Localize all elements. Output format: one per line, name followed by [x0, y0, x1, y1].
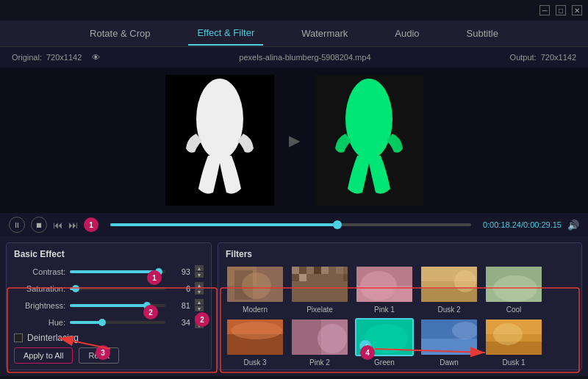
hue-label: Hue: [14, 318, 65, 327]
filter-thumb-cool [484, 265, 543, 303]
filter-name-dawn: Dawn [440, 358, 459, 367]
brightness-value: 81 [170, 301, 190, 310]
deinterlacing-checkbox[interactable] [14, 333, 23, 342]
contrast-up[interactable]: ▲ [195, 265, 204, 271]
svg-rect-10 [292, 274, 299, 281]
filter-name-green: Green [374, 358, 395, 367]
close-button[interactable]: ✕ [572, 5, 582, 15]
time-display: 0:00:18.24/0:00:29.15 [483, 220, 562, 229]
filter-name-modern: Modern [243, 306, 268, 314]
contrast-row: Contrast: 93 ▲ ▼ [14, 265, 204, 278]
brightness-spinner[interactable]: ▲ ▼ [195, 299, 204, 311]
svg-point-34 [318, 324, 347, 353]
contrast-spinner[interactable]: ▲ ▼ [195, 265, 204, 278]
saturation-spinner[interactable]: ▲ ▼ [195, 282, 204, 295]
basic-effect-panel: Basic Effect Contrast: 93 ▲ ▼ Saturation… [6, 242, 212, 370]
svg-rect-13 [314, 267, 321, 274]
stop-button[interactable]: ⏹ [31, 217, 47, 233]
action-row: Apply to All Reset [14, 347, 204, 364]
info-bar: Original: 720x1142 👁 pexels-alina-blumbe… [0, 47, 588, 68]
svg-rect-11 [299, 274, 306, 281]
tab-effect-filter[interactable]: Effect & Filter [188, 21, 263, 46]
minimize-button[interactable]: ─ [539, 5, 550, 15]
preview-output [315, 75, 423, 206]
bottom-panels: Basic Effect Contrast: 93 ▲ ▼ Saturation… [0, 237, 588, 376]
maximize-button[interactable]: □ [556, 5, 566, 15]
brightness-down[interactable]: ▼ [195, 306, 204, 311]
svg-rect-14 [321, 267, 329, 274]
filter-modern[interactable]: Modern [226, 265, 284, 314]
filter-cool[interactable]: Cool [484, 265, 543, 314]
progress-fill [110, 223, 337, 226]
filter-thumb-dusk3 [226, 318, 284, 356]
svg-rect-9 [306, 267, 314, 274]
filter-thumb-pixelate [290, 265, 349, 303]
filter-dusk1[interactable]: Dusk 1 [484, 318, 543, 367]
brightness-row: Brightness: 81 ▲ ▼ [14, 299, 204, 311]
filter-green[interactable]: ✓ Green [355, 318, 414, 367]
saturation-slider[interactable] [70, 287, 165, 290]
filter-pink2[interactable]: Pink 2 [290, 318, 349, 367]
svg-point-25 [454, 270, 476, 292]
svg-point-37 [364, 324, 408, 353]
svg-rect-33 [292, 320, 321, 356]
filter-thumb-green: ✓ [355, 318, 414, 356]
filter-name-dusk2: Dusk 2 [437, 306, 460, 314]
saturation-up[interactable]: ▲ [195, 282, 204, 288]
svg-point-28 [493, 275, 537, 302]
filter-dusk3[interactable]: Dusk 3 [226, 318, 284, 367]
svg-rect-8 [299, 267, 306, 274]
step-back-button[interactable]: ⏮ [53, 220, 62, 231]
saturation-label: Saturation: [14, 284, 65, 293]
filter-dawn[interactable]: Dawn [420, 318, 478, 367]
filter-name-pink2: Pink 2 [309, 358, 330, 367]
filter-pink1[interactable]: Pink 1 [355, 265, 414, 314]
badge-2: 2 [195, 312, 209, 327]
filter-thumb-dawn [420, 318, 478, 356]
pause-button[interactable]: ⏸ [9, 217, 25, 233]
saturation-value: 6 [170, 284, 190, 293]
volume-icon[interactable]: 🔊 [567, 220, 579, 231]
filter-name-pink1: Pink 1 [374, 306, 395, 314]
original-resolution: 720x1142 [46, 53, 82, 62]
brightness-label: Brightness: [14, 301, 65, 310]
eye-icon[interactable]: 👁 [92, 53, 100, 62]
tab-audio[interactable]: Audio [386, 22, 428, 45]
progress-thumb [333, 220, 342, 229]
svg-rect-21 [393, 289, 414, 303]
svg-rect-12 [306, 274, 314, 281]
saturation-down[interactable]: ▼ [195, 289, 204, 295]
brightness-up[interactable]: ▲ [195, 299, 204, 305]
contrast-label: Contrast: [14, 267, 65, 276]
svg-rect-7 [292, 267, 299, 274]
svg-point-41 [452, 322, 478, 339]
filter-thumb-dusk1 [484, 318, 543, 356]
deinterlacing-label: Deinterlacing [27, 333, 79, 343]
filter-name-dusk3: Dusk 3 [243, 358, 266, 367]
svg-point-45 [493, 323, 523, 345]
hue-slider[interactable] [70, 321, 165, 324]
filter-dusk2[interactable]: Dusk 2 [420, 265, 478, 314]
contrast-value: 93 [170, 267, 190, 276]
filter-pixelate[interactable]: Pixelate [290, 265, 349, 314]
filter-thumb-modern [226, 265, 284, 303]
filename: pexels-alina-blumberg-5908204.mp4 [100, 53, 509, 62]
reset-button[interactable]: Reset [79, 347, 119, 364]
filters-title: Filters [226, 249, 574, 259]
tab-rotate-crop[interactable]: Rotate & Crop [81, 22, 159, 45]
step-forward-button[interactable]: ⏭ [68, 220, 78, 231]
brightness-slider[interactable] [70, 304, 165, 307]
filter-name-dusk1: Dusk 1 [502, 358, 525, 367]
tab-bar: Rotate & Crop Effect & Filter Watermark … [0, 21, 588, 47]
progress-track[interactable] [110, 223, 471, 226]
filter-name-pixelate: Pixelate [306, 306, 333, 314]
contrast-slider[interactable] [70, 270, 165, 273]
green-filter-checkmark: ✓ [359, 340, 371, 352]
apply-to-all-button[interactable]: Apply to All [14, 347, 73, 364]
title-bar: ─ □ ✕ [0, 0, 588, 21]
contrast-down[interactable]: ▼ [195, 272, 204, 278]
svg-rect-16 [336, 267, 343, 274]
tab-subtitle[interactable]: Subtitle [458, 22, 507, 45]
tab-watermark[interactable]: Watermark [293, 22, 356, 45]
preview-arrow: ▶ [289, 131, 300, 149]
